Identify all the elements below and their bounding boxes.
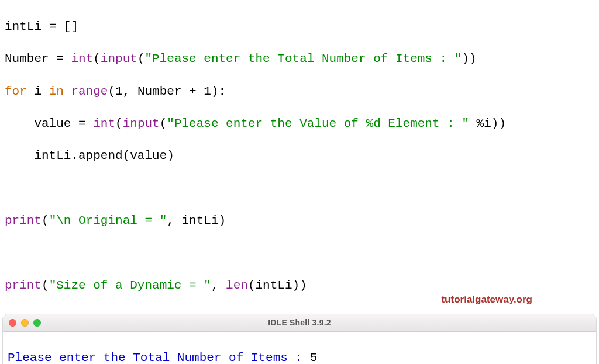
string-literal: "Please enter the Value of %d Element : … (167, 117, 469, 130)
identifier: Number (5, 52, 56, 65)
user-input: 5 (310, 351, 318, 364)
window-titlebar[interactable]: IDLE Shell 3.9.2 (3, 314, 596, 332)
paren: ( (115, 117, 123, 130)
identifier: intLi (5, 20, 49, 33)
comma: , (211, 279, 226, 292)
keyword-for: for (5, 85, 27, 98)
builtin-input: input (123, 117, 160, 130)
operator: = (49, 20, 57, 33)
string-literal: "Size of a Dynamic = " (49, 279, 211, 292)
identifier: i (27, 85, 49, 98)
builtin-input: input (101, 52, 137, 65)
paren: )) (462, 52, 476, 65)
code-line: intLi = [] (5, 19, 594, 35)
paren: ( (160, 117, 167, 130)
code-line: intLi.append(value) (5, 148, 594, 164)
operator: = (56, 52, 64, 65)
identifier: value (5, 117, 78, 130)
code-line: Number = int(input("Please enter the Tot… (5, 51, 594, 67)
tail: (intLi)) (248, 279, 307, 292)
code-editor[interactable]: intLi = [] Number = int(input("Please en… (0, 0, 599, 310)
string-literal: "\n Original = " (49, 214, 167, 227)
idle-shell-window: IDLE Shell 3.9.2 Please enter the Total … (2, 314, 597, 364)
builtin-len: len (226, 279, 248, 292)
code-line: for i in range(1, Number + 1): (5, 84, 594, 100)
code-line-blank (5, 181, 594, 197)
tail: %i)) (469, 117, 506, 130)
space (86, 117, 94, 130)
args: 1, Number + 1): (115, 85, 226, 98)
keyword-in: in (49, 85, 64, 98)
shell-line: Please enter the Total Number of Items :… (8, 350, 591, 364)
builtin-print: print (5, 279, 42, 292)
builtin-range: range (71, 85, 108, 98)
watermark-text: tutorialgateway.org (441, 293, 532, 306)
code-line-blank (5, 245, 594, 262)
string-literal: "Please enter the Total Number of Items … (144, 52, 462, 65)
literal: [] (56, 20, 78, 33)
space (64, 85, 71, 98)
builtin-int: int (93, 117, 115, 130)
builtin-int: int (71, 52, 93, 65)
space (64, 52, 71, 65)
paren: ( (42, 214, 49, 227)
paren: ( (137, 52, 145, 65)
shell-output[interactable]: Please enter the Total Number of Items :… (3, 332, 596, 364)
statement: intLi.append(value) (5, 149, 174, 162)
window-title: IDLE Shell 3.9.2 (3, 317, 596, 328)
paren: ( (42, 279, 49, 292)
builtin-print: print (5, 214, 42, 227)
code-line: print("Size of a Dynamic = ", len(intLi)… (5, 278, 594, 294)
paren: ( (93, 52, 101, 65)
prompt-text: Please enter the Total Number of Items : (8, 351, 310, 364)
code-line: print("\n Original = ", intLi) (5, 213, 594, 229)
operator: = (78, 117, 86, 130)
paren: ( (108, 85, 115, 98)
tail: , intLi) (167, 214, 226, 227)
code-line: value = int(input("Please enter the Valu… (5, 116, 594, 132)
